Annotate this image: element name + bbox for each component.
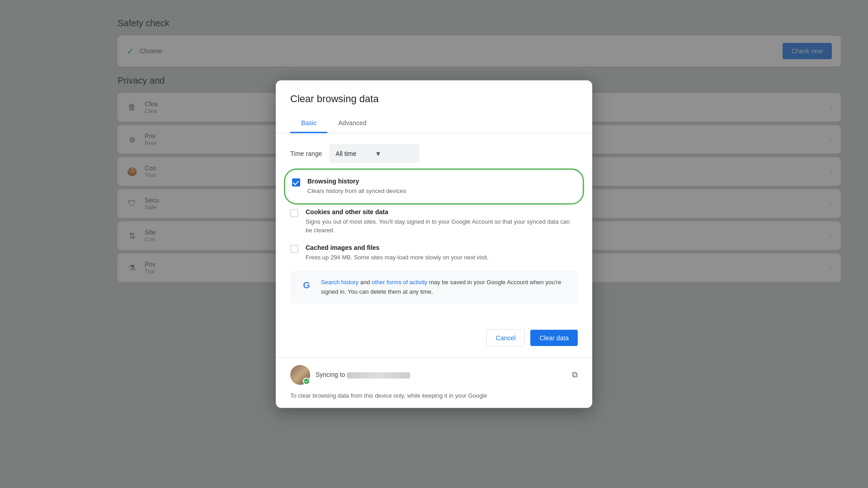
browsing-history-desc: Clears history from all synced devices: [307, 187, 576, 196]
modal-header: Clear browsing data Basic Advanced: [276, 80, 592, 133]
cookies-content: Cookies and other site data Signs you ou…: [306, 208, 578, 235]
cookies-item: Cookies and other site data Signs you ou…: [290, 208, 578, 235]
cached-content: Cached images and files Frees up 294 MB.…: [306, 244, 578, 262]
cached-checkbox[interactable]: [290, 244, 298, 253]
cookies-checkbox-wrap[interactable]: [290, 209, 298, 217]
modal-title: Clear browsing data: [290, 93, 578, 105]
cached-desc: Frees up 294 MB. Some sites may load mor…: [306, 253, 578, 262]
cached-item: Cached images and files Frees up 294 MB.…: [290, 244, 578, 262]
cookies-desc: Signs you out of most sites. You'll stay…: [306, 217, 578, 235]
sync-section: Syncing to ⧉: [276, 357, 592, 392]
tab-advanced[interactable]: Advanced: [327, 114, 377, 133]
time-range-row: Time range All time ▾: [290, 144, 578, 163]
browsing-history-checkbox-wrap[interactable]: [292, 178, 300, 187]
cookies-checkbox[interactable]: [290, 209, 298, 217]
time-range-select[interactable]: All time ▾: [329, 144, 420, 163]
clear-data-button[interactable]: Clear data: [530, 329, 578, 346]
modal-body: Time range All time ▾ Browsing history C…: [276, 133, 592, 326]
cached-title: Cached images and files: [306, 244, 578, 251]
time-range-label: Time range: [290, 150, 322, 157]
search-history-link[interactable]: Search history: [321, 279, 359, 286]
modal-tabs: Basic Advanced: [276, 114, 592, 133]
cached-checkbox-wrap[interactable]: [290, 244, 298, 253]
browsing-history-checkbox[interactable]: [292, 178, 300, 187]
external-link-icon[interactable]: ⧉: [572, 370, 578, 380]
clear-browsing-data-modal: Clear browsing data Basic Advanced Time …: [276, 80, 592, 408]
modal-bottom-text: To clear browsing data from this device …: [276, 392, 592, 408]
info-box: G Search history and other forms of acti…: [290, 271, 578, 304]
browsing-history-title: Browsing history: [307, 178, 576, 185]
sync-text: Syncing to: [316, 371, 566, 378]
modal-footer: Cancel Clear data: [276, 325, 592, 357]
other-forms-link[interactable]: other forms of activity: [372, 279, 428, 286]
cookies-title: Cookies and other site data: [306, 208, 578, 215]
browsing-history-item: Browsing history Clears history from all…: [290, 174, 578, 199]
sync-email: [347, 372, 410, 378]
sync-badge: [303, 377, 310, 385]
cancel-button[interactable]: Cancel: [486, 329, 525, 346]
tab-basic[interactable]: Basic: [290, 114, 327, 133]
browsing-history-content: Browsing history Clears history from all…: [307, 178, 576, 196]
avatar-wrap: [290, 365, 310, 385]
info-text: Search history and other forms of activi…: [321, 278, 569, 297]
dropdown-arrow-icon: ▾: [376, 149, 413, 159]
google-g-icon: G: [299, 278, 314, 292]
